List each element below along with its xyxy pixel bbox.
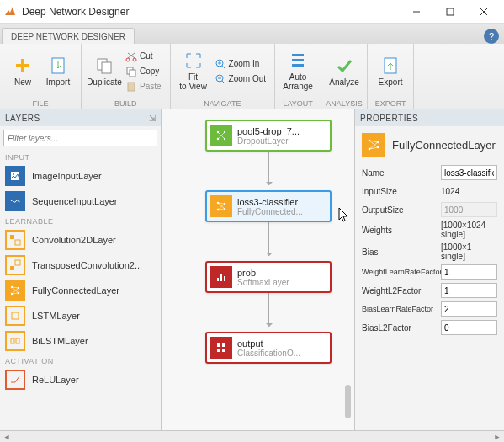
node-prob[interactable]: probSoftmaxLayer xyxy=(205,261,332,293)
prop-weights: [1000×1024 single] xyxy=(441,221,497,239)
layer-relu[interactable]: ReLULayer xyxy=(0,367,161,392)
prop-wl2-input[interactable] xyxy=(441,283,497,298)
scissors-icon xyxy=(125,51,137,62)
svg-rect-23 xyxy=(10,266,14,270)
import-button[interactable]: Import xyxy=(40,47,76,96)
group-label-analysis: ANALYSIS xyxy=(321,99,367,109)
minimize-button[interactable] xyxy=(400,0,433,24)
canvas[interactable]: pool5-drop_7...DropoutLayer loss3-classi… xyxy=(162,109,354,430)
export-button[interactable]: Export xyxy=(373,47,408,96)
svg-rect-20 xyxy=(10,235,14,239)
copy-icon xyxy=(125,66,137,77)
zoom-in-button[interactable]: Zoom In xyxy=(211,56,269,72)
layer-conv2d[interactable]: Convolution2DLayer xyxy=(0,227,161,253)
prop-blr-input[interactable] xyxy=(441,301,497,317)
category-activation: ACTIVATION xyxy=(0,354,161,367)
prop-output-size-input xyxy=(441,202,497,217)
scroll-right-button[interactable]: ► xyxy=(491,431,504,442)
ribbon-tabs: DEEP NETWORK DESIGNER ? xyxy=(0,24,504,44)
node-loss3-classifier[interactable]: loss3-classifierFullyConnected... xyxy=(205,190,332,222)
svg-rect-45 xyxy=(222,349,225,352)
check-icon xyxy=(335,56,353,75)
category-input: INPUT xyxy=(0,150,161,163)
help-button[interactable]: ? xyxy=(484,29,499,44)
svg-rect-41 xyxy=(224,276,225,281)
titlebar: Deep Network Designer xyxy=(0,0,504,24)
svg-rect-40 xyxy=(220,274,222,281)
prop-wlr-input[interactable] xyxy=(441,264,497,280)
analyze-button[interactable]: Analyze xyxy=(326,47,362,96)
svg-rect-29 xyxy=(11,338,14,343)
properties-panel: PROPERTIES FullyConnectedLayer Name Inpu… xyxy=(354,109,504,430)
ribbon: New Import FILE Duplicate Cut Copy Paste… xyxy=(0,44,504,109)
svg-rect-42 xyxy=(217,343,220,347)
softmax-icon xyxy=(210,266,232,288)
window-title: Deep Network Designer xyxy=(22,6,400,18)
layer-tconv2d[interactable]: TransposedConvolution2... xyxy=(0,253,161,278)
zoom-out-icon xyxy=(215,73,226,85)
maximize-button[interactable] xyxy=(433,0,467,24)
conv2d-icon xyxy=(5,230,25,250)
fit-to-view-button[interactable]: Fit to View xyxy=(176,47,211,96)
zoom-out-button[interactable]: Zoom Out xyxy=(211,72,269,87)
matlab-logo-icon xyxy=(3,5,17,19)
svg-rect-30 xyxy=(16,338,19,343)
zoom-in-icon xyxy=(215,58,226,70)
duplicate-button[interactable]: Duplicate xyxy=(87,47,122,96)
collapse-icon[interactable]: ⇲ xyxy=(149,114,157,123)
layer-lstm[interactable]: LSTMLayer xyxy=(0,303,161,328)
edge xyxy=(268,150,269,185)
node-output[interactable]: outputClassificationO... xyxy=(205,332,332,364)
prop-bl2-input[interactable] xyxy=(441,320,497,335)
import-icon xyxy=(49,56,67,75)
tab-deep-network-designer[interactable]: DEEP NETWORK DESIGNER xyxy=(2,28,135,44)
group-label-layout: LAYOUT xyxy=(275,99,321,109)
layer-bilstm[interactable]: BiLSTMLayer xyxy=(0,328,161,354)
fc-icon xyxy=(210,195,232,217)
auto-arrange-button[interactable]: Auto Arrange xyxy=(280,47,316,96)
svg-rect-21 xyxy=(15,240,20,245)
svg-rect-28 xyxy=(12,312,19,319)
cut-button[interactable]: Cut xyxy=(122,49,165,64)
svg-rect-39 xyxy=(217,278,219,281)
relu-icon xyxy=(5,370,25,390)
close-button[interactable] xyxy=(467,0,501,24)
tconv2d-icon xyxy=(5,255,25,275)
group-label-export: EXPORT xyxy=(368,99,413,109)
scroll-left-button[interactable]: ◄ xyxy=(0,431,13,442)
layer-image-input[interactable]: ImageInputLayer xyxy=(0,163,161,189)
svg-rect-14 xyxy=(292,54,304,56)
layers-panel: LAYERS ⇲ INPUT ImageInputLayer SequenceI… xyxy=(0,109,162,430)
svg-rect-22 xyxy=(15,260,20,265)
scrollbar[interactable] xyxy=(345,113,351,427)
svg-rect-1 xyxy=(447,8,454,15)
layer-sequence-input[interactable]: SequenceInputLayer xyxy=(0,189,161,214)
svg-rect-10 xyxy=(130,70,135,77)
sequence-input-icon xyxy=(5,191,25,211)
export-icon xyxy=(381,56,400,75)
group-label-navigate: NAVIGATE xyxy=(171,99,274,109)
filter-input[interactable] xyxy=(3,130,157,146)
paste-icon xyxy=(125,81,137,93)
svg-rect-15 xyxy=(292,59,304,61)
svg-point-8 xyxy=(133,58,136,61)
paste-button[interactable]: Paste xyxy=(122,79,165,94)
layer-fully-connected[interactable]: FullyConnectedLayer xyxy=(0,278,161,303)
classification-icon xyxy=(210,337,232,359)
prop-name-input[interactable] xyxy=(441,165,497,180)
duplicate-icon xyxy=(95,56,114,75)
svg-rect-43 xyxy=(222,343,225,347)
prop-input-size: 1024 xyxy=(441,187,497,196)
lstm-icon xyxy=(5,306,25,326)
group-label-file: FILE xyxy=(0,99,81,109)
fc-icon xyxy=(362,133,385,157)
copy-button[interactable]: Copy xyxy=(122,64,165,79)
svg-rect-6 xyxy=(102,62,111,73)
edge xyxy=(268,291,269,327)
node-dropout[interactable]: pool5-drop_7...DropoutLayer xyxy=(205,120,332,152)
properties-title: FullyConnectedLayer xyxy=(355,126,504,163)
new-button[interactable]: New xyxy=(5,47,40,96)
svg-rect-16 xyxy=(292,64,304,67)
svg-rect-11 xyxy=(128,83,135,91)
footer: ◄ ► xyxy=(0,430,504,442)
